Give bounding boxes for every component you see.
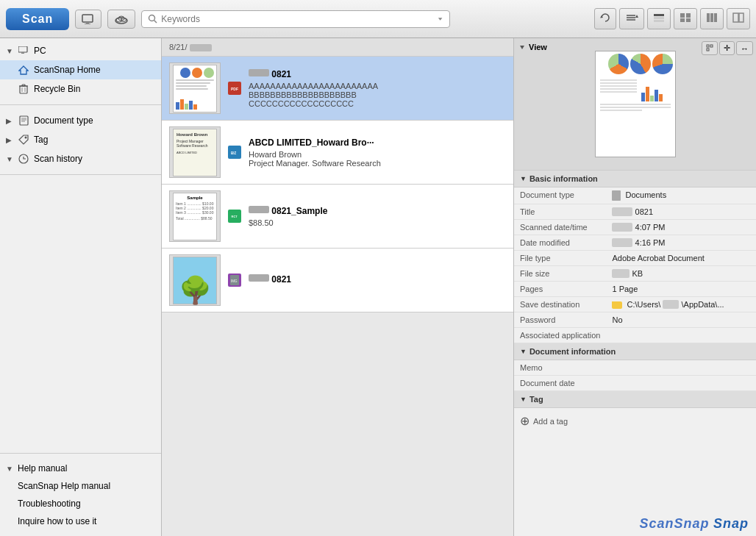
scan-history-icon xyxy=(18,153,29,165)
list-view-icon xyxy=(653,12,665,23)
svg-rect-32 xyxy=(22,85,25,86)
svg-marker-14 xyxy=(635,15,638,18)
refresh-button[interactable] xyxy=(594,8,616,29)
add-tag-label: Add a tag xyxy=(533,417,568,426)
help-manual-label: Help manual xyxy=(18,463,67,474)
svg-rect-52 xyxy=(710,45,713,47)
sidebar-item-scansnap-home[interactable]: ScanSnap Home xyxy=(0,60,161,79)
preview-pie-1 xyxy=(608,54,629,74)
view-label: View xyxy=(518,43,547,51)
scan-button[interactable]: Scan xyxy=(6,8,69,30)
sidebar-item-pc[interactable]: ▼ PC xyxy=(0,41,161,60)
scan-history-label: Scan history xyxy=(34,154,82,164)
preview-doc xyxy=(595,51,676,157)
scansnap-help-label: ScanSnap Help manual xyxy=(18,481,110,491)
doc-title-2: ABCD LIMITED_Howard Bro··· xyxy=(249,137,506,148)
basic-info-triangle: ▼ xyxy=(520,175,527,182)
doc-thumb-4: 🌳 xyxy=(169,254,221,306)
svg-rect-17 xyxy=(654,20,664,22)
pc-label: PC xyxy=(34,46,46,56)
troubleshooting-label: Troubleshooting xyxy=(18,499,81,509)
svg-rect-25 xyxy=(733,13,738,22)
add-tag-plus-icon: ⊕ xyxy=(520,415,529,427)
tag-icon xyxy=(18,134,29,146)
grid-view-button[interactable] xyxy=(674,8,697,29)
svg-line-8 xyxy=(154,21,157,24)
preview-move-button[interactable]: ✛ xyxy=(719,41,735,55)
svg-rect-1 xyxy=(86,22,89,24)
split-view-button[interactable] xyxy=(727,8,750,29)
pc-section: ▼ PC ScanSnap Home Recycle Bin xyxy=(0,38,161,101)
info-row-filesize: File size KB xyxy=(514,266,756,282)
cloud-icon-button[interactable] xyxy=(107,10,135,29)
folder-icon xyxy=(612,301,622,309)
sidebar-item-help-manual[interactable]: ▼ Help manual xyxy=(0,460,161,477)
sidebar-divider-2 xyxy=(0,174,161,175)
cloud-icon xyxy=(114,14,129,24)
doc-type-biz-icon: BIZ xyxy=(228,146,241,159)
svg-rect-51 xyxy=(707,45,709,47)
doc-sub-2b: Project Manager. Software Research xyxy=(249,159,506,168)
monitor-icon-button[interactable] xyxy=(75,10,101,29)
pages-label: Pages xyxy=(514,282,606,297)
sidebar-item-scan-history[interactable]: ▼ Scan history xyxy=(0,149,161,168)
sidebar-item-troubleshooting[interactable]: Troubleshooting xyxy=(0,495,161,512)
view-triangle-icon xyxy=(518,43,526,51)
modified-value: 4:16 PM xyxy=(606,235,756,251)
search-input[interactable] xyxy=(161,14,434,24)
doc-thumb-3: Sample Item 1 .............. $10.00 Item… xyxy=(169,190,221,242)
monitor-small-icon xyxy=(18,45,29,57)
doc-list: PDF 0821 AAAAAAAAAAAAAAAAAAAAAAAA BBBBBB… xyxy=(162,57,513,536)
sidebar-item-scansnap-help[interactable]: ScanSnap Help manual xyxy=(0,477,161,495)
svg-point-40 xyxy=(25,137,27,139)
doc-title-1: 0821 xyxy=(249,69,506,79)
trash-icon xyxy=(18,83,29,95)
basic-info-label: Basic information xyxy=(529,174,598,183)
svg-marker-39 xyxy=(19,135,28,144)
add-tag-button[interactable]: ⊕ Add a tag xyxy=(520,414,568,429)
info-row-password: Password No xyxy=(514,312,756,328)
sidebar-divider-1 xyxy=(0,104,161,105)
sidebar-spacer xyxy=(0,178,161,453)
scansnap-home-label: ScanSnap Home xyxy=(34,65,101,75)
scan-history-arrow-icon: ▼ xyxy=(6,155,13,163)
thumb-pie-blue xyxy=(180,68,190,78)
doc-sub-2a: Howard Brown xyxy=(249,150,506,159)
pc-arrow-icon: ▼ xyxy=(6,47,13,55)
svg-rect-19 xyxy=(686,13,691,18)
svg-rect-18 xyxy=(680,13,685,18)
sidebar: ▼ PC ScanSnap Home Recycle Bin xyxy=(0,38,162,536)
doc-info-table: Memo Document date xyxy=(514,360,756,391)
sort-button[interactable] xyxy=(619,8,644,29)
doc-date-label: Document date xyxy=(514,376,595,391)
tag-header: ▼ Tag xyxy=(514,391,756,408)
preview-fit-button[interactable] xyxy=(702,41,718,55)
preview-zoom-button[interactable]: ↔ xyxy=(736,41,753,55)
assoc-app-label: Associated application xyxy=(514,328,606,343)
memo-value xyxy=(595,360,756,376)
doc-item-2[interactable]: Howard Brown Project Manager Software Re… xyxy=(162,121,513,185)
sidebar-item-recycle-bin[interactable]: Recycle Bin xyxy=(0,79,161,99)
svg-rect-23 xyxy=(710,13,713,22)
thumb-pie-row xyxy=(176,68,214,78)
thumb-doc-1 xyxy=(173,65,217,112)
svg-rect-24 xyxy=(714,13,717,22)
svg-rect-22 xyxy=(707,13,710,22)
sidebar-item-document-type[interactable]: ▶ Document type xyxy=(0,111,161,130)
title-label: Title xyxy=(514,204,606,220)
sidebar-item-inquire[interactable]: Inquire how to use it xyxy=(0,512,161,530)
recycle-bin-label: Recycle Bin xyxy=(34,84,80,94)
doc-title-4: 0821 xyxy=(249,274,506,285)
doc-item-1[interactable]: PDF 0821 AAAAAAAAAAAAAAAAAAAAAAAA BBBBBB… xyxy=(162,57,513,121)
doc-item-3[interactable]: Sample Item 1 .............. $10.00 Item… xyxy=(162,185,513,249)
info-row-doc-date: Document date xyxy=(514,376,756,391)
sidebar-item-tag[interactable]: ▶ Tag xyxy=(0,130,161,149)
doc-info-1: 0821 AAAAAAAAAAAAAAAAAAAAAAAA BBBBBBBBBB… xyxy=(249,69,506,108)
columns-view-button[interactable] xyxy=(700,8,724,29)
doc-item-4[interactable]: 🌳 IMG 0821 xyxy=(162,249,513,312)
doc-type-pdf-icon: PDF xyxy=(228,82,241,95)
grid-view-icon xyxy=(680,12,691,23)
tag-arrow-icon: ▶ xyxy=(6,136,13,144)
list-view-button[interactable] xyxy=(647,8,671,29)
doc-date-value xyxy=(595,376,756,391)
